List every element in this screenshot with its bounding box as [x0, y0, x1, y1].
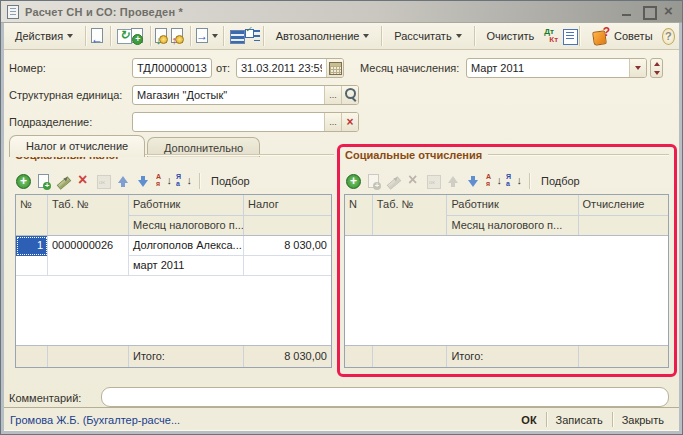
social-tax-table-body[interactable]: 1 0000000026 Долгополов Алекса... 8 030,…: [16, 236, 331, 345]
actions-button[interactable]: Действия: [8, 26, 80, 46]
toolbar-separator: [381, 26, 382, 46]
help-icon[interactable]: ?: [662, 28, 675, 45]
calculate-button[interactable]: Рассчитать: [387, 26, 468, 46]
column-header-tax: Налог: [244, 195, 331, 215]
column-header-num: N: [345, 195, 372, 235]
sort-ascending-icon[interactable]: [485, 173, 502, 190]
toolbar-separator: [529, 173, 530, 189]
sort-ascending-icon[interactable]: [155, 173, 172, 190]
move-up-icon[interactable]: [445, 173, 462, 190]
actions-label: Действия: [15, 30, 63, 42]
copy-row-icon[interactable]: [35, 173, 52, 190]
minimize-icon[interactable]: [621, 6, 634, 17]
close-button[interactable]: Закрыть: [613, 412, 673, 428]
social-deductions-table-body[interactable]: [345, 236, 668, 345]
list-structure-icon[interactable]: [228, 27, 242, 45]
pick-button[interactable]: Подбор: [537, 173, 584, 189]
tips-button[interactable]: Советы: [585, 23, 659, 49]
sort-descending-icon[interactable]: [505, 173, 522, 190]
toolbar-separator: [110, 26, 111, 46]
move-down-icon[interactable]: [135, 173, 152, 190]
calendar-icon[interactable]: [326, 59, 343, 77]
autofill-label: Автозаполнение: [276, 30, 360, 42]
social-deductions-table-header: N Таб. № Работник Месяц налогового п... …: [345, 195, 668, 236]
chevron-down-icon[interactable]: [212, 34, 218, 38]
structural-unit-label: Структурная единица:: [9, 85, 122, 105]
column-header-employee: Работник: [129, 195, 243, 215]
date-input[interactable]: [237, 59, 326, 77]
total-value: [579, 346, 668, 367]
ok-button[interactable]: ОК: [512, 412, 545, 428]
ellipsis-button[interactable]: ...: [324, 86, 341, 104]
comment-label: Комментарий:: [9, 388, 81, 408]
close-icon[interactable]: [663, 6, 676, 17]
autofill-button[interactable]: Автозаполнение: [269, 26, 377, 46]
titlebar[interactable]: Расчет СН и СО: Проведен *: [1, 1, 682, 23]
finish-edit-icon[interactable]: [425, 173, 442, 190]
column-header-tab-no: Таб. №: [373, 195, 447, 235]
calculate-label: Рассчитать: [394, 30, 451, 42]
dropdown-arrow-icon[interactable]: [629, 59, 646, 77]
save-button[interactable]: Записать: [547, 412, 612, 428]
comment-input[interactable]: [102, 388, 668, 406]
number-field-wrap: [132, 58, 212, 78]
finish-edit-icon[interactable]: [95, 173, 112, 190]
social-tax-table-header: № Таб. № Работник Месяц налогового п... …: [16, 195, 331, 236]
maximize-icon[interactable]: [642, 6, 655, 17]
tab-no-cell[interactable]: 0000000026: [48, 236, 129, 256]
number-input[interactable]: [133, 59, 211, 77]
employee-cell[interactable]: Долгополов Алекса...: [129, 236, 244, 256]
structural-unit-input[interactable]: [133, 86, 324, 104]
checklist-icon[interactable]: [244, 27, 258, 45]
register-records-icon[interactable]: [561, 27, 575, 45]
accrual-month-input[interactable]: [467, 59, 629, 77]
copy-row-icon[interactable]: [365, 173, 382, 190]
tax-amount-cell[interactable]: 8 030,00: [244, 236, 331, 256]
spinner-down-icon[interactable]: [651, 68, 662, 77]
column-subheader-month: Месяц налогового п...: [129, 215, 243, 235]
social-deductions-toolbar: Подбор: [345, 170, 584, 192]
document-icon: [7, 5, 19, 19]
table-row-second-line[interactable]: март 2011: [16, 256, 331, 276]
add-row-icon[interactable]: [345, 173, 362, 190]
group-rule: [126, 154, 334, 155]
add-row-icon[interactable]: [15, 173, 32, 190]
toolbar-separator: [579, 26, 580, 46]
debit-credit-icon[interactable]: Дт Кт: [543, 27, 558, 45]
goto-icon[interactable]: [196, 27, 210, 45]
tax-month-cell[interactable]: март 2011: [129, 256, 244, 276]
total-label: Итого:: [447, 346, 578, 367]
clear-button[interactable]: Очистить: [479, 26, 541, 46]
move-down-icon[interactable]: [465, 173, 482, 190]
toolbar-separator: [85, 26, 86, 46]
delete-row-icon[interactable]: [75, 173, 92, 190]
copy-document-icon[interactable]: [131, 27, 145, 45]
tips-book-icon: [592, 27, 610, 45]
edit-row-icon[interactable]: [385, 173, 402, 190]
tab-tax-and-deduction[interactable]: Налог и отчисление: [9, 135, 145, 157]
clear-field-icon[interactable]: [341, 113, 358, 131]
write-document-icon[interactable]: [91, 27, 105, 45]
toolbar-separator: [199, 173, 200, 189]
footer-bar: Громова Ж.Б. (Бухгалтер-расче... ОК Запи…: [4, 407, 679, 431]
department-field-wrap: ...: [132, 112, 359, 132]
column-subheader-month: Месяц налогового п...: [447, 215, 577, 235]
toolbar-separator: [263, 26, 264, 46]
refresh-icon[interactable]: [115, 27, 129, 45]
sort-descending-icon[interactable]: [175, 173, 192, 190]
window-body: Действия Автозаполнение Рассчитать: [1, 23, 682, 434]
move-up-icon[interactable]: [115, 173, 132, 190]
delete-row-icon[interactable]: [405, 173, 422, 190]
unpost-document-icon[interactable]: [171, 27, 185, 45]
table-row[interactable]: 1 0000000026 Долгополов Алекса... 8 030,…: [16, 236, 331, 256]
row-number-cell[interactable]: 1: [16, 236, 48, 256]
pick-button[interactable]: Подбор: [207, 173, 254, 189]
department-input[interactable]: [133, 113, 324, 131]
post-document-icon[interactable]: [156, 27, 170, 45]
social-deductions-table: N Таб. № Работник Месяц налогового п... …: [344, 194, 669, 368]
spinner-up-icon[interactable]: [651, 59, 662, 68]
search-icon[interactable]: [341, 86, 358, 104]
edit-row-icon[interactable]: [55, 173, 72, 190]
ellipsis-button[interactable]: ...: [324, 113, 341, 131]
form-area: Номер: от: Месяц начисления: Структурная…: [4, 50, 679, 431]
